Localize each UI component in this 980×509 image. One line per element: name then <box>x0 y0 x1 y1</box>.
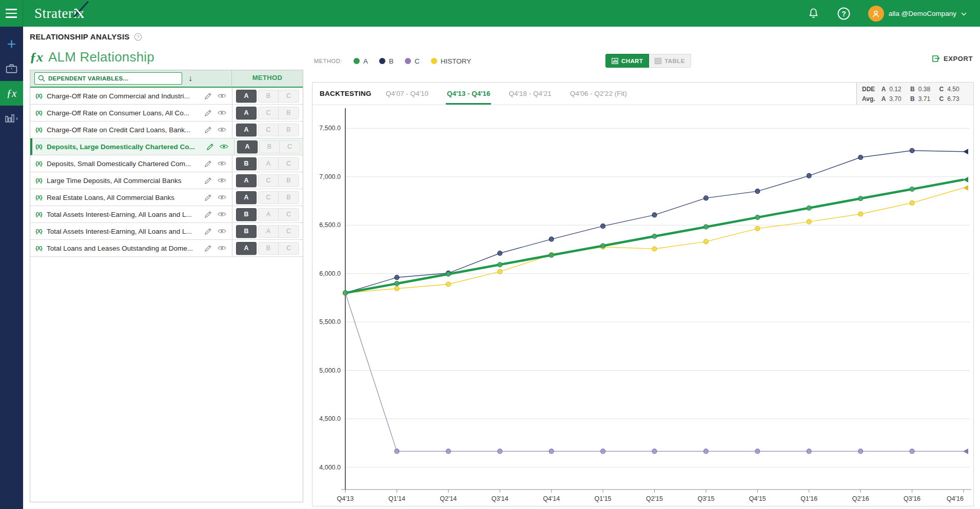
dependent-variables-search-input[interactable] <box>34 72 182 85</box>
visibility-eye-icon[interactable] <box>218 211 226 217</box>
method-primary-button[interactable]: B <box>236 157 257 170</box>
backtesting-tab[interactable]: Q4'06 - Q2'22 (Fit) <box>570 83 627 105</box>
variable-name: Deposits, Large Domestically Chartered C… <box>47 143 206 151</box>
method-secondary-button[interactable]: C <box>279 242 299 254</box>
variable-row[interactable]: {X}Real Estate Loans, All Commercial Ban… <box>30 189 303 206</box>
method-secondary-button[interactable]: B <box>279 192 299 203</box>
visibility-eye-icon[interactable] <box>218 127 226 133</box>
notifications-bell-icon[interactable] <box>808 7 819 19</box>
method-primary-button[interactable]: A <box>236 124 257 136</box>
method-secondary-button[interactable]: C <box>259 192 279 203</box>
edit-pencil-icon[interactable] <box>204 126 212 134</box>
method-secondary-group: AC <box>258 225 299 238</box>
legend-label: METHOD: <box>314 58 342 64</box>
visibility-eye-icon[interactable] <box>220 144 228 150</box>
method-secondary-button[interactable]: A <box>259 226 279 237</box>
avatar <box>868 6 884 22</box>
help-icon[interactable]: ? <box>837 7 851 21</box>
edit-pencil-icon[interactable] <box>204 177 212 185</box>
variable-name: Charge-Off Rate on Credit Card Loans, Ba… <box>47 126 204 134</box>
method-secondary-button[interactable]: C <box>279 209 299 220</box>
variable-row[interactable]: {X}Deposits, Small Domestically Chartere… <box>30 155 303 172</box>
variable-row[interactable]: {X}Large Time Deposits, All Commercial B… <box>30 172 303 189</box>
sidebar-item-charts[interactable]: › <box>0 106 23 130</box>
stats-row-label: DDE <box>862 85 881 94</box>
method-secondary-button[interactable]: C <box>280 141 300 153</box>
edit-pencil-icon[interactable] <box>204 109 212 117</box>
legend-item-label: C <box>415 57 420 65</box>
method-primary-button[interactable]: B <box>236 225 257 238</box>
variable-name: Charge-Off Rate on Consumer Loans, All C… <box>47 109 204 117</box>
method-secondary-button[interactable]: C <box>259 124 279 136</box>
chart-toolbar: METHOD: ABCHISTORY CHART <box>312 53 974 69</box>
method-secondary-button[interactable]: A <box>259 158 279 170</box>
variable-row[interactable]: {X}Total Assets Interest-Earning, All Lo… <box>30 223 303 240</box>
variable-name-cell: {X}Charge-Off Rate on Consumer Loans, Al… <box>30 105 232 121</box>
backtesting-tab[interactable]: Q4'13 - Q4'16 <box>447 83 490 105</box>
user-name: alla @DemoCompany <box>889 10 956 17</box>
sort-icon[interactable]: ↓ <box>188 74 192 83</box>
variable-name-cell: {X}Deposits, Small Domestically Chartere… <box>30 155 232 172</box>
backtesting-label: BACKTESTING <box>320 83 371 105</box>
method-secondary-button[interactable]: B <box>260 141 280 153</box>
variable-icon: {X} <box>35 177 42 184</box>
hamburger-menu-icon[interactable] <box>0 0 23 27</box>
method-primary-button[interactable]: A <box>236 107 257 119</box>
edit-pencil-icon[interactable] <box>204 228 212 235</box>
method-primary-button[interactable]: B <box>236 208 257 221</box>
method-secondary-button[interactable]: C <box>279 226 299 237</box>
variable-row[interactable]: {X}Charge-Off Rate on Consumer Loans, Al… <box>30 105 303 121</box>
visibility-eye-icon[interactable] <box>218 228 226 234</box>
edit-pencil-icon[interactable] <box>204 194 212 201</box>
method-secondary-button[interactable]: B <box>259 242 279 254</box>
expand-chevron-icon[interactable]: › <box>16 114 18 122</box>
svg-text:6,000.0: 6,000.0 <box>319 270 341 277</box>
export-button[interactable]: EXPORT <box>931 54 973 63</box>
variable-icon: {X} <box>35 228 42 234</box>
edit-pencil-icon[interactable] <box>204 245 212 252</box>
method-secondary-button[interactable]: B <box>279 107 299 119</box>
method-secondary-button[interactable]: B <box>259 90 279 102</box>
method-secondary-group: AC <box>258 208 299 221</box>
edit-pencil-icon[interactable] <box>204 160 212 168</box>
method-primary-button[interactable]: A <box>236 90 257 103</box>
method-secondary-button[interactable]: B <box>279 124 299 136</box>
brand-logo[interactable]: Straterix <box>34 6 84 22</box>
variable-row[interactable]: {X}Charge-Off Rate on Commercial and Ind… <box>30 88 303 105</box>
svg-text:7,500.0: 7,500.0 <box>319 125 341 132</box>
edit-pencil-icon[interactable] <box>204 92 212 100</box>
method-secondary-button[interactable]: C <box>259 107 279 119</box>
variables-table-header: ↓ METHOD <box>30 70 303 88</box>
edit-pencil-icon[interactable] <box>206 143 214 151</box>
visibility-eye-icon[interactable] <box>218 194 226 200</box>
visibility-eye-icon[interactable] <box>218 160 226 167</box>
method-secondary-button[interactable]: A <box>259 209 279 220</box>
method-secondary-button[interactable]: C <box>259 175 279 187</box>
edit-pencil-icon[interactable] <box>204 211 212 218</box>
sidebar-item-portfolio[interactable] <box>0 56 23 81</box>
visibility-eye-icon[interactable] <box>218 245 226 251</box>
method-primary-button[interactable]: A <box>236 174 257 187</box>
variable-row[interactable]: {X}Total Assets Interest-Earning, All Lo… <box>30 206 303 223</box>
chart-view-button[interactable]: CHART <box>605 54 649 68</box>
variable-row[interactable]: {X}Deposits, Large Domestically Chartere… <box>30 138 303 155</box>
visibility-eye-icon[interactable] <box>218 177 226 184</box>
method-secondary-button[interactable]: C <box>279 158 299 170</box>
method-secondary-button[interactable]: C <box>279 90 299 102</box>
variable-row[interactable]: {X}Charge-Off Rate on Credit Card Loans,… <box>30 121 303 138</box>
sidebar-item-new[interactable]: + <box>0 32 23 56</box>
user-menu[interactable]: alla @DemoCompany <box>868 6 967 22</box>
method-secondary-button[interactable]: B <box>279 175 299 187</box>
page-help-icon[interactable]: ? <box>134 33 142 41</box>
sidebar-item-relationships[interactable]: ƒx <box>0 81 23 106</box>
method-primary-button[interactable]: A <box>236 191 257 204</box>
method-primary-button[interactable]: A <box>236 242 257 255</box>
backtesting-tab[interactable]: Q4'07 - Q4'10 <box>386 83 428 105</box>
export-icon <box>931 54 940 63</box>
method-primary-button[interactable]: A <box>237 140 258 153</box>
visibility-eye-icon[interactable] <box>218 93 226 99</box>
table-view-button[interactable]: TABLE <box>649 54 691 68</box>
backtesting-tab[interactable]: Q4'18 - Q4'21 <box>508 83 551 105</box>
variable-row[interactable]: {X}Total Loans and Leases Outstanding at… <box>30 240 303 257</box>
visibility-eye-icon[interactable] <box>218 110 226 116</box>
